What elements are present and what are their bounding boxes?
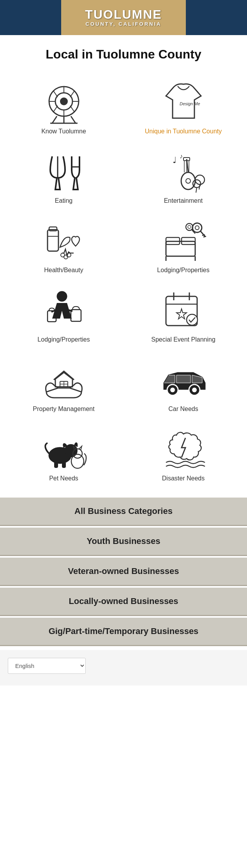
disaster-needs-label: Disaster Needs (162, 475, 205, 482)
svg-point-69 (71, 454, 84, 468)
svg-point-59 (187, 314, 198, 325)
svg-line-11 (52, 116, 57, 123)
svg-point-64 (192, 388, 197, 392)
svg-line-12 (71, 116, 76, 123)
grid-item-lodging-properties-2[interactable]: Lodging/Properties (4, 282, 124, 347)
unique-tuolumne-label: Unique in Tuolumne County (145, 128, 222, 135)
svg-point-48 (188, 225, 191, 229)
health-beauty-icon (41, 220, 87, 263)
svg-point-19 (186, 179, 191, 183)
grid-item-car-needs[interactable]: Car Needs (124, 351, 243, 416)
pet-needs-label: Pet Needs (49, 475, 78, 482)
svg-rect-68 (62, 462, 66, 468)
special-event-label: Special Event Planning (151, 336, 215, 343)
property-management-label: Property Management (33, 406, 94, 413)
grid-item-health-beauty[interactable]: Health/Beauty (4, 212, 124, 278)
svg-line-30 (196, 188, 197, 193)
category-buttons-section: All Business CategoriesYouth BusinessesV… (0, 498, 247, 646)
grid-item-know-tuolumne[interactable]: Know Tuolumne (4, 73, 124, 139)
svg-point-62 (170, 388, 175, 392)
car-needs-label: Car Needs (168, 406, 198, 413)
lodging-properties-2-icon (41, 289, 87, 332)
svg-text:♪: ♪ (180, 153, 183, 159)
grid-item-special-event[interactable]: Special Event Planning (124, 282, 243, 347)
category-grid: Know Tuolumne Design Me Unique in Tuolum… (4, 73, 243, 486)
know-tuolumne-label: Know Tuolumne (41, 128, 86, 135)
svg-line-8 (70, 106, 74, 112)
svg-point-2 (60, 97, 68, 105)
svg-point-18 (181, 172, 195, 190)
svg-line-10 (53, 106, 58, 112)
special-event-icon (160, 289, 207, 332)
category-button-1[interactable]: Youth Businesses (0, 528, 247, 556)
svg-text:♩: ♩ (173, 155, 176, 165)
header-subtitle: COUNTY, CALIFORNIA (85, 21, 162, 27)
svg-rect-31 (48, 230, 58, 251)
svg-point-35 (61, 253, 65, 257)
eating-icon (41, 151, 87, 193)
entertainment-label: Entertainment (164, 197, 203, 204)
grid-item-eating[interactable]: Eating (4, 143, 124, 208)
language-section: EnglishSpanishFrenchGermanChinese (0, 650, 247, 686)
header-text-block: TUOLUMNE COUNTY, CALIFORNIA (85, 8, 162, 27)
grid-item-property-management[interactable]: Property Management (4, 351, 124, 416)
grid-item-unique-tuolumne[interactable]: Design Me Unique in Tuolumne County (124, 73, 243, 139)
svg-line-7 (53, 91, 58, 97)
grid-item-pet-needs[interactable]: Pet Needs (4, 420, 124, 486)
svg-rect-37 (166, 241, 195, 256)
category-grid-section: Know Tuolumne Design Me Unique in Tuolum… (0, 66, 247, 494)
header-title: TUOLUMNE (85, 8, 162, 21)
language-select[interactable]: EnglishSpanishFrenchGermanChinese (8, 658, 86, 674)
grid-item-entertainment[interactable]: ♩ ♪ Entertainment (124, 143, 243, 208)
eating-label: Eating (55, 197, 72, 204)
svg-point-47 (186, 223, 193, 230)
category-button-3[interactable]: Locally-owned Businesses (0, 588, 247, 616)
category-button-2[interactable]: Veteran-owned Businesses (0, 558, 247, 586)
svg-rect-52 (71, 310, 81, 321)
entertainment-icon: ♩ ♪ (160, 151, 207, 193)
page-title: Local in Tuolumne County (8, 47, 239, 62)
grid-item-disaster-needs[interactable]: Disaster Needs (124, 420, 243, 486)
pet-needs-icon (41, 428, 87, 471)
property-management-icon (41, 359, 87, 402)
lodging-properties-1-icon (160, 220, 207, 263)
page-title-section: Local in Tuolumne County (0, 35, 247, 66)
category-button-0[interactable]: All Business Categories (0, 498, 247, 526)
site-header: TUOLUMNE COUNTY, CALIFORNIA (0, 0, 247, 35)
svg-point-50 (57, 292, 67, 301)
grid-item-lodging-properties-1[interactable]: Lodging/Properties (124, 212, 243, 278)
health-beauty-label: Health/Beauty (44, 267, 83, 274)
svg-line-46 (203, 236, 206, 237)
svg-rect-67 (54, 462, 58, 468)
svg-line-9 (70, 91, 74, 97)
disaster-needs-icon (160, 428, 207, 471)
svg-point-43 (195, 226, 199, 230)
car-needs-icon (160, 359, 207, 402)
lodging-properties-1-label: Lodging/Properties (157, 267, 209, 274)
lodging-properties-2-label: Lodging/Properties (37, 336, 90, 343)
category-button-4[interactable]: Gig/Part-time/Temporary Businesses (0, 618, 247, 646)
know-tuolumne-icon (41, 81, 87, 124)
unique-tuolumne-icon: Design Me (160, 81, 207, 124)
svg-text:Design Me: Design Me (180, 101, 200, 106)
